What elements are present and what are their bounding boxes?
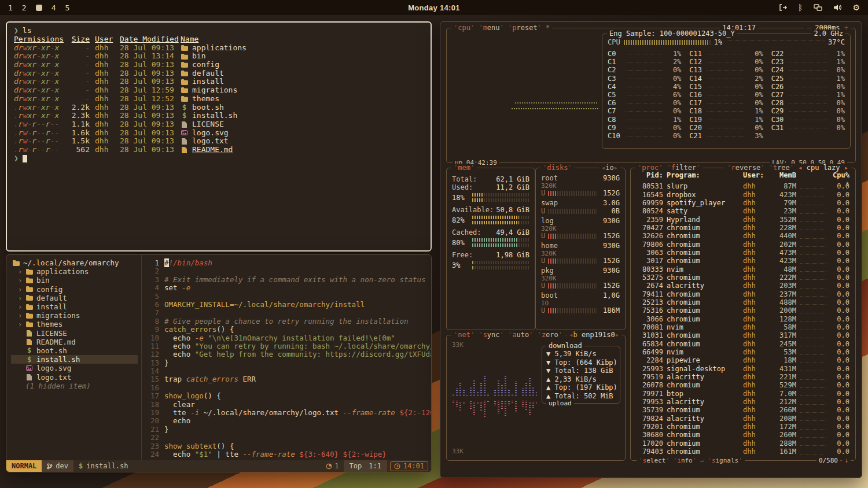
process-row[interactable]: 79519alacrittydhh221M0.0 bbox=[632, 373, 854, 381]
file-size: 1.6k bbox=[68, 129, 90, 138]
logout-icon[interactable] bbox=[779, 4, 787, 11]
process-table: 80531slurpdhh87M0.016545dropboxdhh423M0.… bbox=[632, 182, 854, 458]
process-row[interactable]: 25213chromiumdhh488M0.0 bbox=[632, 298, 854, 306]
ls-output: drwxr-xr-x-dhh28 Jul 09:13applicationsdr… bbox=[14, 44, 424, 154]
file-tree-sidebar[interactable]: ~/.local/share/omarchy›applications›bin›… bbox=[6, 255, 142, 460]
process-row[interactable]: 31031chromiumdhh317M0.0 bbox=[632, 331, 854, 339]
process-row[interactable]: 3066chromiumdhh128M0.0 bbox=[632, 315, 854, 323]
file-size: 1.1k bbox=[68, 120, 90, 129]
editor-buffer[interactable]: 1#!/bin/bash23# Exit immediately if a co… bbox=[142, 255, 431, 460]
settings-gear-icon[interactable]: ⚙ bbox=[852, 3, 860, 12]
process-row[interactable]: 79806chromiumdhh202M0.0 bbox=[632, 240, 854, 248]
terminal-window-ls[interactable]: ❯ ls PermissionsSizeUserDate ModifiedNam… bbox=[6, 21, 432, 252]
process-row[interactable]: 66499nvimdhh53M0.0 bbox=[632, 348, 854, 356]
workspace-1[interactable]: 1 bbox=[8, 3, 13, 12]
download-bar bbox=[529, 378, 531, 396]
neovim-window[interactable]: ~/.local/share/omarchy›applications›bin›… bbox=[6, 254, 432, 472]
file-permissions: .rw-r--r-- bbox=[14, 137, 62, 146]
disks-panel-title[interactable]: 'disks' bbox=[540, 164, 575, 172]
volume-icon[interactable] bbox=[833, 4, 841, 11]
process-row[interactable]: 30680chromiumdhh260M0.0 bbox=[632, 431, 854, 439]
cpu-model: Eng Sample: 100-000001243-50_Y bbox=[607, 29, 737, 38]
tree-item-applications[interactable]: ›applications bbox=[11, 267, 141, 276]
btop-window[interactable]: 'cpu' 'menu' 'preset' * 14:01:17 − 2000m… bbox=[440, 21, 862, 478]
tree-item-logo.txt[interactable]: logo.txt bbox=[11, 372, 141, 381]
process-row[interactable]: 69959spotify_playerdhh79M0.0 bbox=[632, 199, 854, 207]
disk-name-row: home930G bbox=[540, 242, 621, 250]
tree-item-themes[interactable]: ›themes bbox=[11, 320, 141, 328]
process-row[interactable]: 2359Hyprlanddhh352M0.0 bbox=[632, 215, 854, 223]
file-name: logo.svg bbox=[181, 129, 424, 138]
process-row[interactable]: 32626chromiumdhh440M0.0 bbox=[632, 232, 854, 240]
cpu-core-row: C200% bbox=[689, 124, 763, 132]
process-row[interactable]: 80524sattydhh23M0.0 bbox=[632, 207, 854, 215]
network-stats-box: download ▼ 5,39 KiB/s▼ Top: (664 Kibp)▼ … bbox=[542, 346, 620, 404]
tree-item-boot.sh[interactable]: $boot.sh bbox=[11, 346, 141, 355]
file-name: install bbox=[181, 77, 424, 86]
tree-root[interactable]: ~/.local/share/omarchy bbox=[11, 258, 141, 267]
scroll-down-icon[interactable]: ↓ bbox=[842, 457, 851, 465]
tree-item-readme.md[interactable]: README.md bbox=[11, 338, 141, 346]
process-row[interactable]: 70427chromiumdhh228M0.0 bbox=[632, 224, 854, 232]
process-row[interactable]: 80531slurpdhh87M0.0 bbox=[632, 182, 854, 190]
tree-item-install.sh[interactable]: $install.sh bbox=[11, 355, 138, 364]
tree-item-config[interactable]: ›config bbox=[11, 285, 141, 294]
file-date: 28 Jul 09:13 bbox=[120, 77, 175, 86]
network-interface[interactable]: ◂b enp191s0▸ bbox=[567, 331, 621, 339]
process-row[interactable]: 3063chromiumdhh473M0.0 bbox=[632, 249, 854, 257]
process-row[interactable]: 79201chromiumdhh172M0.0 bbox=[632, 423, 854, 431]
disks-io-toggle[interactable]: ◂io▸ bbox=[599, 164, 620, 172]
process-row[interactable]: 25993signal-desktopdhh431M0.0 bbox=[632, 365, 854, 373]
workspace-4[interactable]: 4 bbox=[52, 3, 56, 12]
tree-item-bin[interactable]: ›bin bbox=[11, 276, 141, 284]
file-owner: dhh bbox=[95, 137, 115, 146]
process-row[interactable]: 53275chromiumdhh222M0.0 bbox=[632, 273, 854, 282]
file-date: 28 Jul 09:13 bbox=[120, 44, 175, 53]
network-panel-title[interactable]: 'net' 'sync' 'auto' 'zero' bbox=[451, 331, 565, 339]
process-row[interactable]: 75316chromiumdhh200M0.0 bbox=[632, 306, 854, 315]
process-row[interactable]: 3017chromiumdhh423M0.0 bbox=[632, 257, 854, 265]
terminal-prompt-line[interactable]: ❯ bbox=[14, 154, 424, 163]
file-date: 28 Jul 13:14 bbox=[120, 52, 175, 61]
upload-bar bbox=[515, 401, 517, 412]
process-row[interactable]: 65834chromiumdhh245M0.0 bbox=[632, 340, 854, 348]
cpu-panel-title[interactable]: 'cpu' 'menu' 'preset' * bbox=[451, 24, 552, 32]
process-row[interactable]: 79411chromiumdhh237M0.0 bbox=[632, 290, 854, 298]
process-row[interactable]: 2284pipewiredhh18M0.0 bbox=[632, 356, 854, 364]
active-workspace-icon[interactable] bbox=[36, 5, 42, 11]
ls-row: drwxr-xr-x-dhh28 Jul 09:13default bbox=[14, 69, 424, 78]
process-row[interactable]: 79971btopdhh7.0M0.0 bbox=[632, 390, 854, 398]
tree-item-install[interactable]: ›install bbox=[11, 302, 141, 311]
download-bar bbox=[515, 381, 517, 396]
process-row[interactable]: 35739chromiumdhh266M0.0 bbox=[632, 406, 854, 414]
process-row[interactable]: 70081nvimdhh58M0.0 bbox=[632, 323, 854, 331]
scale-icon bbox=[25, 330, 33, 337]
tree-item-license[interactable]: LICENSE bbox=[11, 329, 141, 338]
disk-meter bbox=[548, 283, 597, 289]
screen-share-icon[interactable] bbox=[814, 4, 822, 11]
tree-item-default[interactable]: ›default bbox=[11, 294, 141, 302]
process-sort-selector[interactable]: 'reverse' 'tree' ◂ cpu lazy ▸ bbox=[724, 164, 851, 172]
terminal-cursor bbox=[23, 155, 27, 162]
process-row[interactable]: 80333nvimdhh48M0.0 bbox=[632, 265, 854, 273]
process-row[interactable]: 79403chromiumdhh161M0.0 bbox=[632, 448, 854, 456]
memory-panel-title[interactable]: 'mem' bbox=[451, 164, 477, 172]
process-row[interactable]: 26078chromiumdhh529M0.0 bbox=[632, 381, 854, 389]
process-row[interactable]: 79953alacrittydhh212M0.0 bbox=[632, 398, 854, 406]
tree-item-logo.svg[interactable]: logo.svg bbox=[11, 364, 141, 372]
workspace-5[interactable]: 5 bbox=[65, 3, 69, 12]
file-date: 28 Jul 09:13 bbox=[120, 146, 175, 154]
process-row[interactable]: 16545dropboxdhh423M0.0 bbox=[632, 190, 854, 198]
process-footer-actions[interactable]: 'select' 'info' ↵ 'signals' bbox=[637, 457, 745, 465]
upload-stat: ▲ 2,33 KiB/s bbox=[546, 375, 616, 384]
process-panel-title[interactable]: 'proc' 'filter' bbox=[635, 164, 703, 172]
tree-item-migrations[interactable]: ›migrations bbox=[11, 311, 141, 320]
process-row[interactable]: 17020chromiumdhh288M0.0 bbox=[632, 439, 854, 448]
doc-icon bbox=[181, 121, 188, 128]
bluetooth-icon[interactable]: ᛒ bbox=[798, 3, 803, 12]
workspace-2[interactable]: 2 bbox=[22, 3, 27, 12]
code-line: 11 echo "You can retry by running: bash … bbox=[142, 342, 431, 350]
process-row[interactable]: 79824alacrittydhh208M0.0 bbox=[632, 415, 854, 423]
process-row[interactable]: 2674alacrittydhh203M0.0 bbox=[632, 282, 854, 290]
clock: Monday 14:01 bbox=[408, 3, 460, 12]
